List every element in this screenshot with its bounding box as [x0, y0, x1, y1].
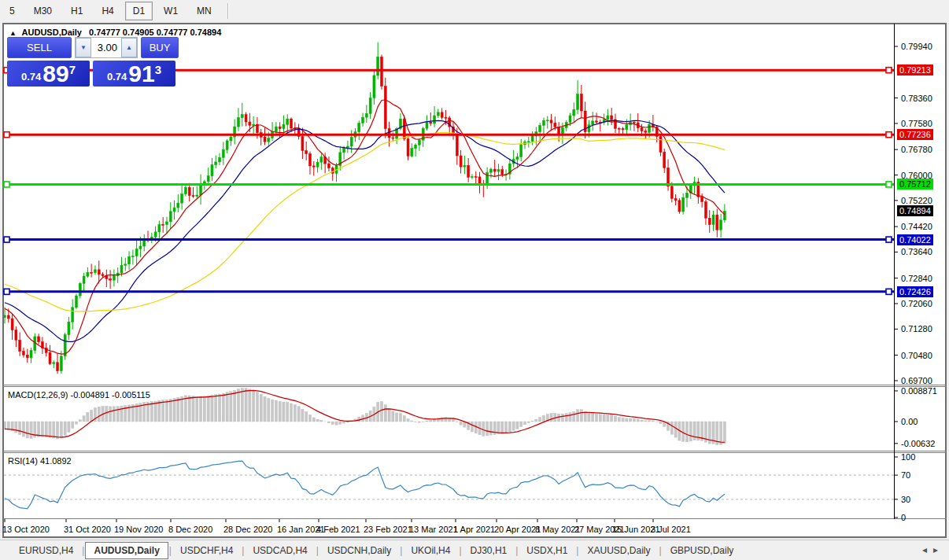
price-tick-label: 0.74420 — [901, 222, 932, 231]
tab-separator: | — [515, 545, 518, 556]
date-tick-label: 8 May 2021 — [535, 525, 580, 534]
chart-tab-dj30-h1[interactable]: DJ30,H1 — [463, 542, 515, 559]
chart-tab-gbpusd-daily[interactable]: GBPUSD,Daily — [663, 542, 742, 559]
rsi-indicator-label: RSI(14) 41.0892 — [8, 456, 72, 466]
date-tick-label: 23 Feb 2021 — [364, 525, 412, 534]
trade-panel-toggle-icon[interactable]: ▲ — [9, 29, 17, 37]
timeframe-buttons: 5M30H1H4D1W1MN — [0, 2, 221, 20]
buy-price-sup: 3 — [155, 63, 161, 76]
timeframe-button-5[interactable]: 5 — [2, 2, 23, 20]
timeframe-toolbar: 5M30H1H4D1W1MN — [0, 0, 949, 22]
timeframe-button-h4[interactable]: H4 — [94, 2, 121, 20]
date-tick-label: 31 Oct 2020 — [64, 525, 111, 534]
tab-separator: | — [659, 545, 662, 556]
date-tick-label: 3 Jul 2021 — [651, 525, 691, 534]
price-tick-label: 0.75220 — [901, 196, 932, 205]
date-tick-label: 8 Dec 2020 — [168, 525, 212, 534]
price-level-badge: 0.72426 — [897, 286, 933, 297]
price-level-badge: 0.77236 — [897, 129, 933, 140]
price-level-badge: 0.75712 — [897, 179, 933, 190]
sell-price-small: 0.74 — [21, 69, 41, 85]
tab-separator: | — [316, 545, 319, 556]
macd-indicator-label: MACD(12,26,9) -0.004891 -0.005115 — [8, 390, 150, 400]
price-level-badge: 0.79213 — [897, 64, 933, 76]
date-tick-label: 13 Oct 2020 — [2, 525, 50, 534]
chart-tab-eurusd-h4[interactable]: EURUSD,H4 — [11, 542, 81, 559]
timeframe-button-h1[interactable]: H1 — [63, 2, 90, 20]
timeframe-button-mn[interactable]: MN — [189, 2, 220, 20]
buy-button[interactable]: BUY — [141, 37, 179, 58]
tab-scroll-right-icon[interactable]: ▸ — [933, 544, 944, 555]
price-level-badge: 0.74894 — [897, 205, 933, 216]
tab-separator: | — [459, 545, 461, 556]
volume-input[interactable]: 3.00 — [91, 38, 121, 57]
volume-spinner: ▼ 3.00 ▲ — [75, 37, 138, 58]
chart-tab-xauusd-daily[interactable]: XAUUSD,Daily — [579, 542, 658, 559]
timeframe-button-m30[interactable]: M30 — [26, 2, 60, 20]
price-tick-label: 0.76780 — [901, 145, 932, 154]
price-tick-label: 0.72840 — [901, 274, 932, 283]
volume-decrease-icon[interactable]: ▼ — [76, 38, 91, 57]
chart-header: ▲ AUDUSD,Daily 0.74777 0.74905 0.74777 0… — [9, 28, 221, 37]
date-tick-label: 20 Apr 2021 — [494, 525, 541, 534]
price-tick-label: 0.69700 — [901, 376, 932, 385]
buy-price-small: 0.74 — [107, 69, 127, 85]
rsi-tick-label: 0 — [901, 513, 906, 522]
mt4-application-window: 5M30H1H4D1W1MN ▲ AUDUSD,Daily 0.74777 0.… — [0, 0, 949, 560]
timeframe-button-w1[interactable]: W1 — [156, 2, 186, 20]
macd-tick-label: -0.00632 — [901, 439, 935, 448]
sell-button[interactable]: SELL — [7, 37, 72, 58]
toolbar-separator — [227, 3, 229, 19]
date-tick-label: 13 Mar 2021 — [409, 525, 458, 534]
chart-tab-audusd-daily[interactable]: AUDUSD,Daily — [85, 542, 168, 559]
buy-price-big: 91 — [128, 63, 154, 85]
macd-tick-label: 0.00 — [901, 417, 918, 426]
rsi-tick-label: 70 — [901, 470, 910, 480]
chart-symbol-title: AUDUSD,Daily — [22, 28, 82, 37]
tab-scroll-left-icon[interactable]: ◂ — [922, 544, 933, 555]
date-tick-label: 4 Feb 2021 — [316, 525, 360, 534]
sell-price-display[interactable]: 0.74 89 7 — [7, 61, 90, 87]
price-tick-label: 0.71280 — [901, 324, 932, 333]
rsi-tick-label: 100 — [901, 452, 915, 462]
chart-tab-usdchf-h4[interactable]: USDCHF,H4 — [172, 542, 241, 559]
price-tick-label: 0.70480 — [901, 351, 932, 360]
chart-tab-usdx-h1[interactable]: USDX,H1 — [519, 542, 575, 559]
date-tick-label: 1 Apr 2021 — [453, 525, 495, 534]
one-click-trade-panel: SELL ▼ 3.00 ▲ BUY 0.74 89 7 0.74 91 3 — [7, 37, 179, 87]
price-tick-label: 0.79940 — [901, 42, 932, 51]
chart-ohlc-values: 0.74777 0.74905 0.74777 0.74894 — [89, 28, 221, 37]
rsi-tick-label: 30 — [901, 495, 910, 504]
macd-tick-label: 0.008871 — [901, 386, 937, 396]
tab-scroll-arrows: ◂▸ — [922, 544, 944, 555]
chart-tab-usdcad-h4[interactable]: USDCAD,H4 — [245, 542, 315, 559]
price-chart-canvas[interactable] — [2, 23, 947, 538]
price-tick-label: 0.77580 — [901, 119, 932, 128]
chart-tab-bar: EURUSD,H4|AUDUSD,Daily|USDCHF,H4|USDCAD,… — [0, 540, 949, 560]
date-tick-label: 19 Nov 2020 — [114, 525, 163, 534]
chart-tab-usdcnh-daily[interactable]: USDCNH,Daily — [319, 542, 399, 559]
tab-separator: | — [576, 545, 578, 556]
volume-increase-icon[interactable]: ▲ — [121, 38, 137, 57]
buy-price-display[interactable]: 0.74 91 3 — [93, 61, 175, 87]
price-tick-label: 0.78360 — [901, 94, 932, 103]
price-tick-label: 0.72060 — [901, 299, 932, 308]
price-tick-label: 0.73640 — [901, 247, 932, 256]
price-level-badge: 0.74022 — [897, 234, 933, 245]
timeframe-button-d1[interactable]: D1 — [125, 2, 153, 20]
tab-separator: | — [242, 545, 244, 556]
chart-tab-ukoil-h4[interactable]: UKOil,H4 — [403, 542, 458, 559]
tab-separator: | — [400, 545, 402, 556]
tab-separator: | — [169, 545, 172, 556]
tab-separator: | — [82, 545, 84, 556]
date-tick-label: 28 Dec 2020 — [223, 525, 272, 534]
sell-price-sup: 7 — [69, 63, 76, 76]
sell-price-big: 89 — [42, 63, 68, 85]
